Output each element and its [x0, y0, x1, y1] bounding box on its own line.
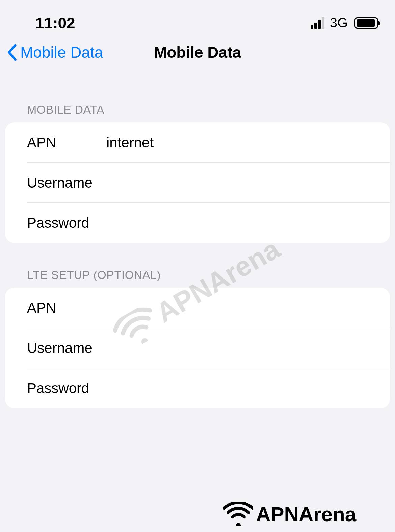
row-lte-apn[interactable]: APN	[5, 288, 390, 328]
input-mobile-apn[interactable]	[106, 135, 368, 151]
input-lte-apn[interactable]	[106, 300, 368, 316]
label-password: Password	[27, 380, 106, 396]
label-apn: APN	[27, 135, 106, 151]
label-password: Password	[27, 215, 106, 231]
watermark-text: APNArena	[256, 503, 356, 526]
signal-icon	[311, 17, 324, 29]
back-label: Mobile Data	[20, 43, 103, 62]
row-mobile-username[interactable]: Username	[5, 163, 390, 203]
label-username: Username	[27, 175, 106, 191]
status-time: 11:02	[35, 14, 75, 32]
input-mobile-password[interactable]	[106, 215, 368, 231]
row-lte-password[interactable]: Password	[5, 368, 390, 408]
input-lte-password[interactable]	[106, 380, 368, 396]
section-header-mobile-data: MOBILE DATA	[5, 71, 390, 122]
input-mobile-username[interactable]	[106, 175, 368, 191]
row-mobile-password[interactable]: Password	[5, 203, 390, 243]
group-mobile-data: APN Username Password	[5, 122, 390, 243]
network-type: 3G	[330, 15, 348, 30]
row-mobile-apn[interactable]: APN	[5, 122, 390, 163]
section-header-lte: LTE SETUP (OPTIONAL)	[5, 243, 390, 288]
label-apn: APN	[27, 300, 106, 316]
input-lte-username[interactable]	[106, 340, 368, 356]
back-button[interactable]: Mobile Data	[0, 43, 103, 62]
label-username: Username	[27, 340, 106, 356]
page-title: Mobile Data	[154, 43, 241, 62]
status-right: 3G	[311, 15, 378, 30]
group-lte: APN Username Password	[5, 288, 390, 408]
nav-bar: Mobile Data Mobile Data	[0, 34, 395, 71]
chevron-left-icon	[7, 44, 18, 61]
wifi-icon	[223, 502, 253, 526]
content: MOBILE DATA APN Username Password LTE SE…	[0, 71, 395, 408]
status-bar: 11:02 3G	[0, 0, 395, 34]
row-lte-username[interactable]: Username	[5, 328, 390, 368]
battery-icon	[354, 17, 378, 29]
watermark-bottom: APNArena	[223, 502, 356, 526]
